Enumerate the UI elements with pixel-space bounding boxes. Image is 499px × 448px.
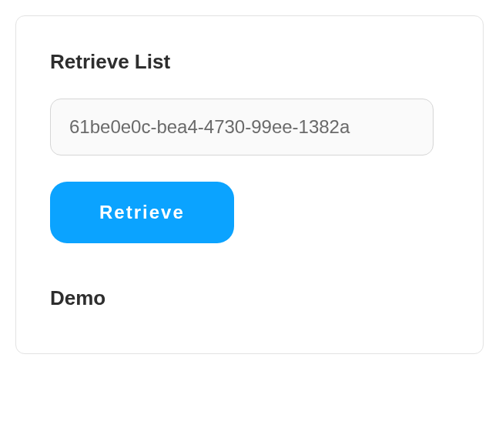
demo-title: Demo <box>50 286 449 310</box>
retrieve-card: Retrieve List Retrieve Demo <box>15 15 484 354</box>
retrieve-button[interactable]: Retrieve <box>50 182 234 243</box>
id-input[interactable] <box>50 99 434 155</box>
card-title: Retrieve List <box>50 50 449 74</box>
